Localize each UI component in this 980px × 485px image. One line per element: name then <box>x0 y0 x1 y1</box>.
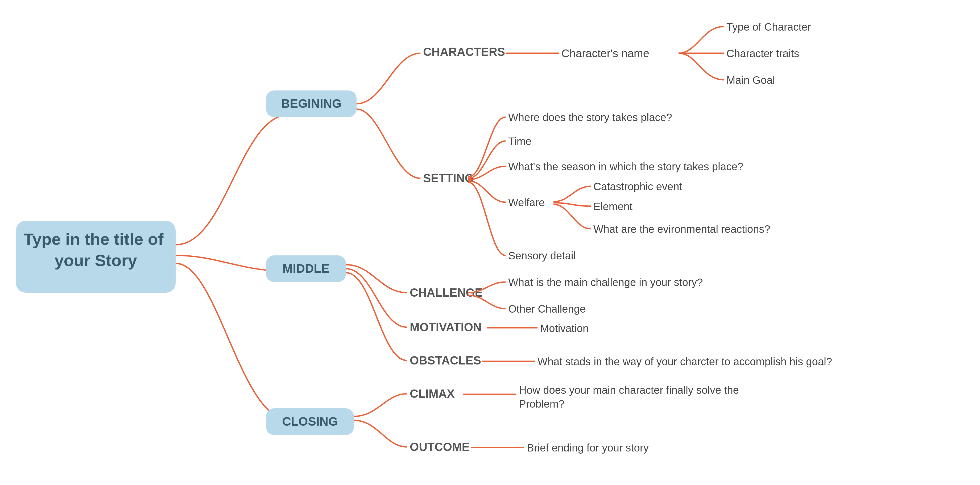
root-to-beginning-connector <box>176 114 290 245</box>
welfare-to-catastrophic-connector <box>554 186 591 202</box>
root-to-closing-connector <box>176 263 290 420</box>
catastrophic-label: Catastrophic event <box>593 181 682 192</box>
element-label: Element <box>593 200 633 212</box>
main-challenge-label: What is the main challenge in your story… <box>508 277 703 288</box>
other-challenge-label: Other Challenge <box>508 303 585 315</box>
characters-label: CHARACTERS <box>423 45 505 58</box>
outcome-label: OUTCOME <box>410 440 469 453</box>
closing-label: CLOSING <box>282 415 338 428</box>
middle-to-motivation-connector <box>346 269 407 327</box>
welfare-label: Welfare <box>508 197 545 208</box>
main-goal-label: Main Goal <box>726 74 775 86</box>
outcome-leaf-label: Brief ending for your story <box>527 442 649 453</box>
setting-to-sensory-connector <box>468 182 506 255</box>
time-label: Time <box>508 135 531 147</box>
type-of-character-label: Type of Character <box>726 21 811 33</box>
middle-to-obstacles-connector <box>346 273 407 361</box>
sensory-label: Sensory detail <box>508 250 576 262</box>
motivation-label: MOTIVATION <box>410 321 482 334</box>
name-to-goal-connector <box>679 53 724 80</box>
motivation-leaf-label: Motivation <box>540 323 589 334</box>
setting-to-season-connector <box>468 166 506 180</box>
environmental-label: What are the evironmental reactions? <box>593 223 770 235</box>
obstacles-leaf-label: What stads in the way of your charcter t… <box>538 356 832 367</box>
beginning-to-characters-connector <box>356 53 420 104</box>
characters-name-label: Character's name <box>562 47 649 60</box>
welfare-to-env-connector <box>554 204 591 229</box>
climax-leaf-label: How does your main character finally sol… <box>519 384 742 410</box>
setting-label: SETTING <box>423 172 474 184</box>
closing-to-outcome-connector <box>354 420 407 447</box>
middle-label: MIDDLE <box>283 262 329 275</box>
obstacles-label: OBSTACLES <box>410 354 481 367</box>
name-to-type-connector <box>679 27 724 53</box>
season-label: What's the season in which the story tak… <box>508 161 743 172</box>
setting-to-where-connector <box>468 117 506 177</box>
where-label: Where does the story takes place? <box>508 111 672 123</box>
closing-to-climax-connector <box>354 394 407 417</box>
beginning-to-setting-connector <box>356 109 420 178</box>
setting-to-welfare-connector <box>468 181 506 202</box>
middle-to-challenge-connector <box>346 265 407 293</box>
character-traits-label: Character traits <box>726 48 799 59</box>
climax-label: CLIMAX <box>410 387 455 400</box>
beginning-label: BEGINING <box>281 97 341 110</box>
